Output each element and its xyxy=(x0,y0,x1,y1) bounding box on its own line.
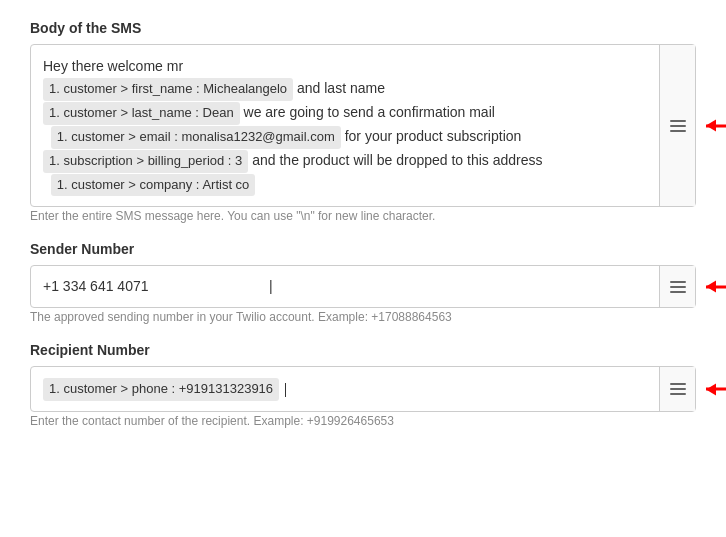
sms-intro-text: Hey there welcome mr xyxy=(43,58,183,74)
cursor xyxy=(285,383,286,397)
sender-number-label: Sender Number xyxy=(30,241,696,257)
sms-body-input[interactable]: Hey there welcome mr 1. customer > first… xyxy=(31,45,659,206)
sms-between1: and last name xyxy=(297,80,385,96)
sender-arrow xyxy=(706,285,726,288)
recipient-number-input[interactable]: 1. customer > phone : +919131323916 xyxy=(31,367,659,411)
sms-body-menu-button[interactable] xyxy=(659,45,695,206)
sender-number-value: +1 334 641 4071 xyxy=(43,278,149,294)
sender-number-hint: The approved sending number in your Twil… xyxy=(30,310,696,324)
sender-number-section: Sender Number +1 334 641 4071 | The appr… xyxy=(30,241,696,324)
sms-body-section: Body of the SMS Hey there welcome mr 1. … xyxy=(30,20,696,223)
sms-between4: and the product will be dropped to this … xyxy=(252,152,542,168)
sender-number-input[interactable]: +1 334 641 4071 | xyxy=(31,266,659,307)
recipient-arrow xyxy=(706,388,726,391)
sms-body-hint: Enter the entire SMS message here. You c… xyxy=(30,209,696,223)
recipient-number-section: Recipient Number 1. customer > phone : +… xyxy=(30,342,696,428)
menu-icon xyxy=(670,281,686,293)
recipient-number-menu-button[interactable] xyxy=(659,367,695,411)
sms-tag-lastname[interactable]: 1. customer > last_name : Dean xyxy=(43,102,240,125)
recipient-number-label: Recipient Number xyxy=(30,342,696,358)
sms-tag-billing[interactable]: 1. subscription > billing_period : 3 xyxy=(43,150,248,173)
menu-icon xyxy=(670,383,686,395)
sms-body-label: Body of the SMS xyxy=(30,20,696,36)
sms-tag-company[interactable]: 1. customer > company : Artist co xyxy=(51,174,256,197)
sms-tag-email[interactable]: 1. customer > email : monalisa1232@gmail… xyxy=(51,126,341,149)
recipient-number-hint: Enter the contact number of the recipien… xyxy=(30,414,696,428)
sms-tag-firstname[interactable]: 1. customer > first_name : Michealangelo xyxy=(43,78,293,101)
menu-icon xyxy=(670,120,686,132)
sender-number-menu-button[interactable] xyxy=(659,266,695,307)
sms-between3: for your product subscription xyxy=(345,128,522,144)
sms-between2: we are going to send a confirmation mail xyxy=(244,104,495,120)
sms-arrow xyxy=(706,124,726,127)
recipient-number-tag[interactable]: 1. customer > phone : +919131323916 xyxy=(43,378,279,401)
